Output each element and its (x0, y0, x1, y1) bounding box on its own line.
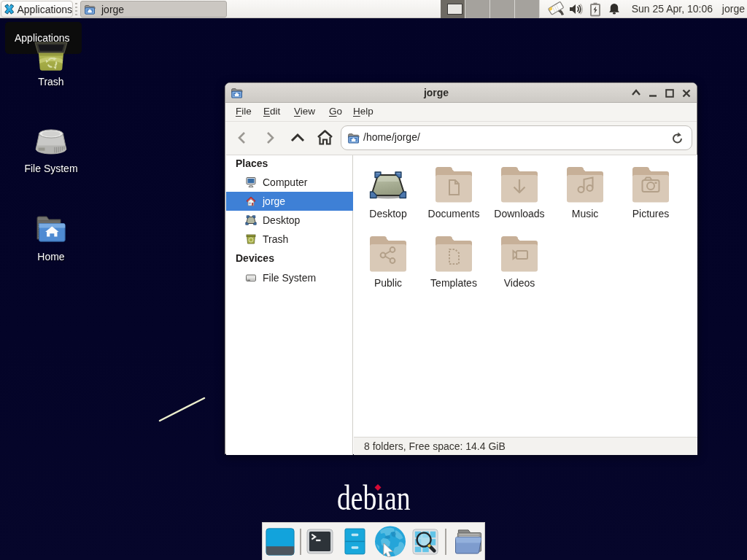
svg-text:debıan: debıan (337, 478, 411, 516)
